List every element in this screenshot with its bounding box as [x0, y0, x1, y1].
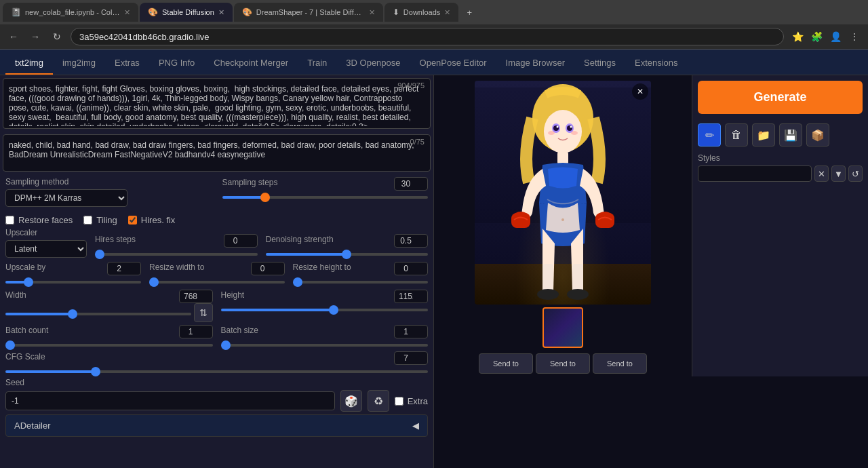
hires-steps-input[interactable] — [224, 234, 258, 248]
resize-height-input[interactable] — [394, 262, 428, 275]
styles-section: Styles ✕ ▼ ↺ — [698, 153, 863, 182]
tab-settings[interactable]: Settings — [574, 52, 625, 75]
height-slider[interactable] — [221, 309, 429, 311]
resize-width-input[interactable] — [251, 262, 285, 275]
url-bar[interactable]: 3a59ec42041dbb46cb.gradio.live — [71, 28, 784, 45]
zip-tool-button[interactable]: 📦 — [806, 123, 829, 147]
styles-input[interactable] — [698, 165, 812, 182]
tab-downloads[interactable]: ⬇ Downloads ✕ — [384, 3, 458, 22]
close-image-button[interactable]: ✕ — [632, 83, 648, 100]
tab-extras[interactable]: Extras — [105, 52, 149, 75]
width-input[interactable] — [179, 290, 213, 303]
new-tab-button[interactable]: + — [460, 3, 479, 22]
tab-3d-openpose[interactable]: 3D Openpose — [336, 52, 410, 75]
styles-clear-button[interactable]: ✕ — [814, 165, 829, 182]
pencil-tool-button[interactable]: ✏ — [698, 123, 721, 147]
upscale-by-input[interactable] — [107, 262, 141, 275]
seed-dice-button[interactable]: 🎲 — [340, 390, 362, 412]
negative-token-count: 0/75 — [410, 138, 425, 146]
forward-button[interactable]: → — [27, 28, 43, 45]
hires-fix-checkbox[interactable]: Hires. fix — [128, 215, 176, 225]
swap-dimensions-button[interactable]: ⇅ — [194, 303, 213, 322]
tab-image-browser[interactable]: Image Browser — [496, 52, 574, 75]
svg-point-17 — [537, 289, 559, 300]
tab-extensions[interactable]: Extensions — [625, 52, 688, 75]
batch-count-input[interactable] — [179, 325, 213, 338]
width-slider[interactable] — [5, 313, 191, 315]
extra-checkbox[interactable]: Extra — [395, 396, 428, 406]
dl-tab-close[interactable]: ✕ — [444, 8, 450, 17]
batch-size-input[interactable] — [394, 325, 428, 338]
positive-token-count: 904/975 — [397, 81, 425, 90]
height-group: Height — [221, 290, 429, 322]
send-to-button-3[interactable]: Send to — [593, 353, 647, 374]
tab-openpose-editor[interactable]: OpenPose Editor — [410, 52, 496, 75]
menu-button[interactable]: ⋮ — [846, 28, 863, 45]
restore-faces-checkbox[interactable]: Restore faces — [5, 215, 73, 225]
tab-txt2img[interactable]: txt2img — [5, 52, 53, 75]
generate-panel: Generate ✏ 🗑 📁 💾 📦 Styles — [692, 75, 868, 376]
thumbnail-1[interactable] — [542, 307, 583, 348]
seed-input[interactable] — [5, 391, 335, 410]
sampling-steps-group: Sampling steps — [222, 177, 429, 201]
denoising-slider[interactable] — [266, 253, 429, 256]
image-wrapper: ✕ — [475, 81, 651, 305]
generate-button[interactable]: Generate — [698, 81, 863, 114]
tab-png-info[interactable]: PNG Info — [149, 52, 204, 75]
batch-size-slider[interactable] — [221, 344, 429, 347]
batch-count-label: Batch count — [5, 326, 48, 335]
send-to-button-1[interactable]: Send to — [479, 353, 533, 374]
cfg-scale-slider[interactable] — [5, 370, 428, 373]
image-area: ✕ — [434, 75, 692, 376]
batch-count-slider[interactable] — [5, 344, 213, 347]
save-tool-button[interactable]: 💾 — [779, 123, 802, 147]
sampling-method-select[interactable]: DPM++ 2M Karras — [5, 189, 127, 207]
sampling-steps-input[interactable] — [394, 177, 428, 191]
extensions-button[interactable]: 🧩 — [808, 28, 825, 45]
restore-faces-input[interactable] — [5, 216, 14, 225]
tiling-input[interactable] — [83, 216, 92, 225]
tab-dreamshaper[interactable]: 🎨 DreamShaper - 7 | Stable Diffusi... ✕ — [234, 3, 383, 22]
hires-steps-slider[interactable] — [95, 253, 258, 256]
cfg-scale-input[interactable] — [394, 351, 428, 365]
reload-button[interactable]: ↻ — [49, 28, 65, 45]
extra-label: Extra — [408, 396, 428, 406]
tab-train[interactable]: Train — [298, 52, 336, 75]
sd-favicon: 🎨 — [148, 7, 158, 17]
seed-recycle-button[interactable]: ♻ — [368, 390, 389, 412]
sampling-steps-slider[interactable] — [222, 196, 429, 199]
tab-img2img[interactable]: img2img — [53, 52, 105, 75]
cfg-scale-label: CFG Scale — [5, 352, 45, 362]
trash-tool-button[interactable]: 🗑 — [725, 123, 748, 147]
profile-button[interactable]: 👤 — [827, 28, 844, 45]
upscaler-select[interactable]: Latent — [5, 240, 87, 258]
upscale-by-slider[interactable] — [5, 281, 141, 284]
styles-refresh-button[interactable]: ↺ — [848, 165, 863, 182]
negative-prompt-input[interactable]: naked, child, bad hand, bad draw, bad dr… — [3, 135, 430, 169]
adetailer-label: ADetailer — [14, 421, 50, 431]
adetailer-accordion[interactable]: ADetailer ◀ — [5, 414, 428, 437]
resize-width-label: Resize width to — [149, 262, 204, 272]
send-to-button-2[interactable]: Send to — [536, 353, 590, 374]
upscale-by-label: Upscale by — [5, 262, 45, 272]
colab-tab-close[interactable]: ✕ — [124, 8, 130, 17]
back-button[interactable]: ← — [5, 28, 22, 45]
denoising-input[interactable] — [394, 234, 428, 248]
resize-height-slider[interactable] — [293, 281, 429, 284]
bookmark-button[interactable]: ⭐ — [789, 28, 806, 45]
denoising-group: Denoising strength — [266, 234, 429, 258]
controls-area: Sampling method DPM++ 2M Karras Sampling… — [0, 174, 433, 468]
positive-prompt-input[interactable]: sport shoes, fighter, fight, fight Glove… — [3, 79, 430, 126]
tiling-checkbox[interactable]: Tiling — [83, 215, 117, 225]
tab-checkpoint-merger[interactable]: Checkpoint Merger — [204, 52, 298, 75]
resize-width-slider[interactable] — [149, 281, 285, 284]
extra-checkbox-input[interactable] — [395, 397, 403, 406]
hires-fix-input[interactable] — [128, 216, 137, 225]
ds-tab-close[interactable]: ✕ — [369, 8, 375, 17]
sd-tab-close[interactable]: ✕ — [218, 8, 224, 17]
folder-tool-button[interactable]: 📁 — [752, 123, 775, 147]
styles-dropdown-button[interactable]: ▼ — [831, 165, 846, 182]
tab-colab[interactable]: 📓 new_colab_file.ipynb - Colabora... ✕ — [3, 3, 138, 22]
height-input[interactable] — [394, 290, 428, 303]
tab-stable-diffusion[interactable]: 🎨 Stable Diffusion ✕ — [140, 3, 233, 22]
